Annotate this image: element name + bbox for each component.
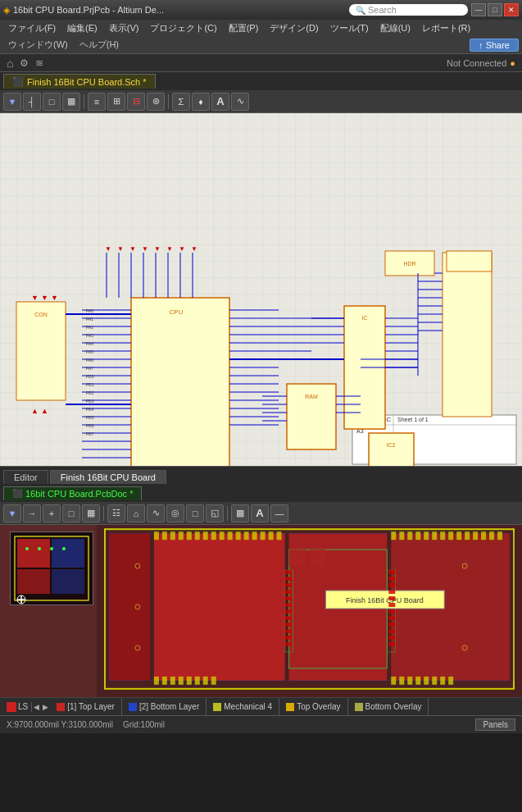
layer-botov-color [355,703,363,711]
svg-rect-218 [285,609,292,614]
layer-bottom-color [129,703,137,711]
settings-icon[interactable]: ⚙ [20,57,29,69]
menu-item-route[interactable]: 配線(U) [375,21,415,35]
svg-rect-145 [52,569,84,594]
menu-item-reports[interactable]: レポート(R) [417,21,475,35]
close-button[interactable]: ✕ [504,3,519,16]
svg-rect-144 [52,539,84,568]
pcb-tb-box[interactable]: □ [186,504,204,522]
svg-rect-174 [261,531,266,540]
layer-next-arrow[interactable]: ▶ [41,703,50,711]
tb-comp-btn[interactable]: Σ [172,93,190,111]
layer-tab-bottom-overlay[interactable]: Bottom Overlay [348,698,429,715]
svg-text:▲: ▲ [41,407,48,415]
svg-text:▲: ▲ [31,407,39,415]
svg-rect-190 [497,531,502,540]
layer-tab-mechanical[interactable]: Mechanical 4 [207,698,279,715]
svg-rect-214 [285,583,292,587]
pcb-tb-wave[interactable]: ∿ [147,504,165,522]
share-button[interactable]: ↑ Share [470,39,519,52]
tb-filter-btn[interactable]: ▼ [3,93,21,111]
wifi-icon[interactable]: ≋ [35,57,43,69]
svg-rect-226 [388,583,395,587]
tb-wave-btn[interactable]: ∿ [231,93,249,111]
pcb-tb-add[interactable]: + [43,504,61,522]
tb-wire-btn[interactable]: ⊞ [107,93,125,111]
layer-tab-top[interactable]: [1] Top Layer [50,698,122,715]
layer-prev-arrow[interactable]: ◀ [32,703,41,711]
tab-finish-cpu-board[interactable]: Finish 16Bit CPU Board [50,470,166,484]
pcb-tb-grid3[interactable]: ▦ [231,504,249,522]
menu-item-design[interactable]: デザイン(D) [265,21,323,35]
menu-item-file[interactable]: ファイル(F) [3,21,61,35]
svg-rect-216 [285,596,292,600]
svg-rect-185 [456,531,461,540]
pcb-tb-grid2[interactable]: ▦ [82,504,100,522]
pcb-tb-layer[interactable]: ☷ [107,504,125,522]
svg-rect-202 [415,677,420,685]
pcb-tb-rect[interactable]: □ [62,504,80,522]
search-text: Search [368,5,397,15]
schematic-tab[interactable]: ⬛ Finish 16Bit CPU Board.Sch * [3,74,156,89]
tb-bus-btn[interactable]: ≡ [88,93,106,111]
svg-rect-198 [211,677,216,685]
search-box[interactable]: 🔍 Search [349,4,468,16]
tb-net-btn[interactable]: ⊛ [147,93,165,111]
tb-line-btn[interactable]: ┤ [23,93,41,111]
svg-rect-197 [203,677,208,685]
svg-point-149 [50,547,53,550]
pcb-toolbar-sep2 [227,506,228,521]
app-icon: ◈ [3,5,10,16]
pcb-doc-tab[interactable]: ⬛ 16bit CPU Board.PcbDoc * [3,486,142,500]
svg-text:PB7: PB7 [86,431,94,436]
minimize-button[interactable]: — [471,3,486,16]
svg-text:CPU: CPU [170,308,184,316]
user-icon[interactable]: ● [510,58,515,68]
schematic-tab-bar: ⬛ Finish 16Bit CPU Board.Sch * [0,72,522,90]
svg-rect-193 [170,677,175,685]
pcb-tb-text[interactable]: A [251,504,269,522]
svg-text:▼: ▼ [117,245,124,253]
layer-bottom-label: [2] Bottom Layer [139,702,199,711]
menu-item-project[interactable]: プロジェクト(C) [145,21,221,35]
svg-rect-142 [17,539,50,568]
layer-mech-color [213,703,221,711]
panels-button[interactable]: Panels [475,718,515,731]
pcb-tb-route[interactable]: → [23,504,41,522]
svg-rect-232 [388,623,395,627]
svg-rect-165 [187,531,192,540]
tb-text-btn[interactable]: A [211,93,229,111]
svg-rect-217 [285,603,292,607]
svg-text:PB2: PB2 [86,390,94,395]
svg-text:Sheet 1 of 1: Sheet 1 of 1 [397,417,429,422]
svg-rect-171 [236,531,241,540]
pcb-tab-icon: ⬛ [12,489,22,498]
layer-tab-top-overlay[interactable]: Top Overlay [279,698,347,715]
svg-rect-179 [407,531,412,540]
svg-rect-234 [388,636,395,640]
menu-item-tools[interactable]: ツール(T) [325,21,374,35]
menu-item-place[interactable]: 配置(P) [224,21,264,35]
svg-text:PA4: PA4 [86,341,93,346]
maximize-button[interactable]: □ [488,3,502,16]
pcb-tb-circle[interactable]: ◎ [166,504,184,522]
menu-item-view[interactable]: 表示(V) [104,21,144,35]
tb-pin-btn[interactable]: ♦ [192,93,210,111]
menu-item-edit[interactable]: 編集(E) [62,21,102,35]
svg-rect-206 [448,677,453,685]
tb-rect-btn[interactable]: □ [43,93,61,111]
svg-rect-186 [465,531,470,540]
tab-editor[interactable]: Editor [3,470,48,484]
svg-text:PB3: PB3 [86,399,94,404]
pcb-tb-line[interactable]: — [270,504,288,522]
pcb-tb-filter[interactable]: ▼ [3,504,21,522]
tb-power-btn[interactable]: ⊟ [127,93,145,111]
layer-tab-bottom[interactable]: [2] Bottom Layer [122,698,207,715]
menu-item-window[interactable]: ウィンドウ(W) [3,38,73,52]
menu-item-help[interactable]: ヘルプ(H) [75,38,124,52]
pcb-tb-corner[interactable]: ◱ [206,504,224,522]
svg-text:PA3: PA3 [86,333,93,338]
tb-grid-btn[interactable]: ▦ [62,93,80,111]
home-icon[interactable]: ⌂ [7,57,13,70]
pcb-tb-home[interactable]: ⌂ [127,504,145,522]
